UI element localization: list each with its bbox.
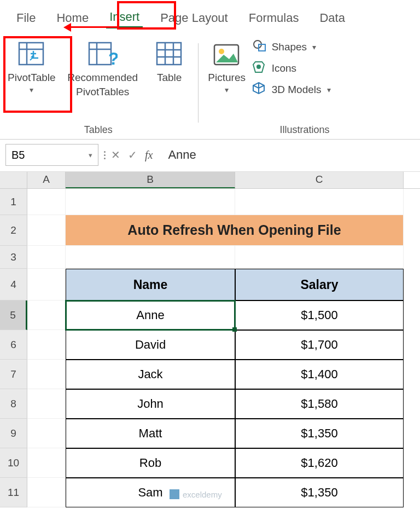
cell[interactable]: Rob	[66, 448, 235, 478]
chevron-down-icon: ▾	[312, 43, 316, 51]
3d-models-label: 3D Models	[272, 84, 322, 96]
tab-home[interactable]: Home	[53, 9, 92, 27]
row-header[interactable]: 1	[0, 189, 27, 215]
row-header[interactable]: 2	[0, 215, 27, 246]
shapes-icon	[252, 39, 266, 55]
tab-page-layout[interactable]: Page Layout	[157, 9, 231, 27]
cell[interactable]	[27, 246, 66, 269]
cell[interactable]	[27, 360, 66, 389]
group-illustrations: Pictures ▾ Shapes ▾ Icons 3D Models ▾	[202, 36, 336, 139]
3d-models-button[interactable]: 3D Models ▾	[252, 82, 331, 97]
cell[interactable]	[66, 189, 235, 215]
group-tables: PivotTable ▾ ? Recommended PivotTables T…	[2, 36, 195, 139]
cell[interactable]	[27, 448, 66, 478]
row-header[interactable]: 9	[0, 419, 27, 448]
chevron-down-icon: ▾	[30, 85, 33, 95]
row-header[interactable]: 10	[0, 448, 27, 478]
tab-data[interactable]: Data	[316, 9, 348, 27]
cell[interactable]	[27, 189, 66, 215]
cell[interactable]: $1,500	[235, 300, 404, 330]
table-icon	[156, 39, 183, 71]
tab-formulas[interactable]: Formulas	[246, 9, 302, 27]
pictures-icon	[213, 39, 241, 71]
cell[interactable]: $1,350	[235, 478, 404, 507]
name-box[interactable]: B5 ▾	[5, 144, 98, 166]
illustrations-group-label: Illustrations	[279, 124, 332, 139]
recommended-pivottables-button[interactable]: ? Recommended PivotTables	[59, 36, 147, 102]
fx-icon[interactable]: fx	[145, 149, 153, 161]
cell[interactable]	[27, 215, 66, 246]
icons-icon	[252, 60, 266, 76]
cell[interactable]	[27, 389, 66, 419]
table-header-name[interactable]: Name	[66, 269, 235, 300]
ribbon-tabs: File Home Insert Page Layout Formulas Da…	[0, 0, 420, 30]
chevron-down-icon: ▾	[225, 85, 229, 95]
row-header[interactable]: 4	[0, 269, 27, 300]
spreadsheet-grid: 1 2 Auto Refresh When Opening File 3 4 N…	[0, 189, 420, 507]
cell[interactable]: John	[66, 389, 235, 419]
cell[interactable]	[27, 478, 66, 507]
svg-point-16	[256, 65, 261, 69]
shapes-label: Shapes	[272, 41, 307, 53]
row-header[interactable]: 8	[0, 389, 27, 419]
pictures-button[interactable]: Pictures ▾	[205, 36, 249, 99]
table-button[interactable]: Table	[148, 36, 191, 102]
tables-group-label: Tables	[84, 124, 113, 139]
cell[interactable]	[235, 246, 404, 269]
pivottable-icon	[18, 39, 45, 71]
group-divider	[198, 43, 199, 123]
column-headers: A B C	[0, 172, 420, 189]
svg-point-13	[219, 49, 224, 54]
row-header[interactable]: 5	[0, 300, 27, 330]
cell[interactable]: Matt	[66, 419, 235, 448]
handle-dots-icon	[104, 151, 106, 159]
cancel-icon[interactable]: ✕	[111, 148, 120, 161]
cube-icon	[252, 82, 266, 97]
formula-input[interactable]: Anne	[158, 148, 415, 162]
pivottable-label: PivotTable	[8, 71, 56, 85]
icons-label: Icons	[272, 62, 296, 74]
name-box-value: B5	[11, 149, 25, 161]
col-header-c[interactable]: C	[235, 172, 404, 188]
tab-file[interactable]: File	[13, 9, 39, 27]
cell[interactable]: $1,400	[235, 360, 404, 389]
cell[interactable]	[27, 300, 66, 330]
row-header[interactable]: 11	[0, 478, 27, 507]
cell-selected[interactable]: Anne	[66, 300, 235, 330]
row-header[interactable]: 6	[0, 330, 27, 360]
recommended-label2: PivotTables	[76, 85, 129, 99]
table-header-salary[interactable]: Salary	[235, 269, 404, 300]
ribbon-bar: PivotTable ▾ ? Recommended PivotTables T…	[0, 30, 420, 140]
cell[interactable]: Sam	[66, 478, 235, 507]
chevron-down-icon: ▾	[89, 151, 92, 159]
svg-rect-3	[89, 43, 111, 65]
recommended-label1: Recommended	[67, 71, 138, 85]
cell[interactable]	[27, 330, 66, 360]
cell[interactable]: Jack	[66, 360, 235, 389]
cell[interactable]: $1,620	[235, 448, 404, 478]
cell[interactable]	[27, 419, 66, 448]
cell[interactable]: $1,580	[235, 389, 404, 419]
recommended-pivottables-icon: ?	[88, 39, 118, 71]
row-header[interactable]: 7	[0, 360, 27, 389]
cell[interactable]: David	[66, 330, 235, 360]
formula-bar: B5 ▾ ✕ ✓ fx Anne	[0, 140, 420, 172]
tab-insert[interactable]: Insert	[106, 8, 143, 28]
cell[interactable]: $1,350	[235, 419, 404, 448]
col-header-a[interactable]: A	[27, 172, 66, 188]
chevron-down-icon: ▾	[327, 85, 331, 94]
shapes-button[interactable]: Shapes ▾	[252, 39, 331, 55]
title-cell[interactable]: Auto Refresh When Opening File	[66, 215, 404, 246]
cell[interactable]	[27, 269, 66, 300]
enter-icon[interactable]: ✓	[128, 148, 137, 161]
svg-text:?: ?	[108, 49, 118, 68]
cell[interactable]	[66, 246, 235, 269]
cell[interactable]: $1,700	[235, 330, 404, 360]
icons-button[interactable]: Icons	[252, 60, 331, 76]
row-header[interactable]: 3	[0, 246, 27, 269]
col-header-b[interactable]: B	[66, 172, 235, 188]
pictures-label: Pictures	[208, 71, 246, 85]
select-all-corner[interactable]	[0, 172, 27, 188]
cell[interactable]	[235, 189, 404, 215]
pivottable-button[interactable]: PivotTable ▾	[5, 36, 58, 102]
